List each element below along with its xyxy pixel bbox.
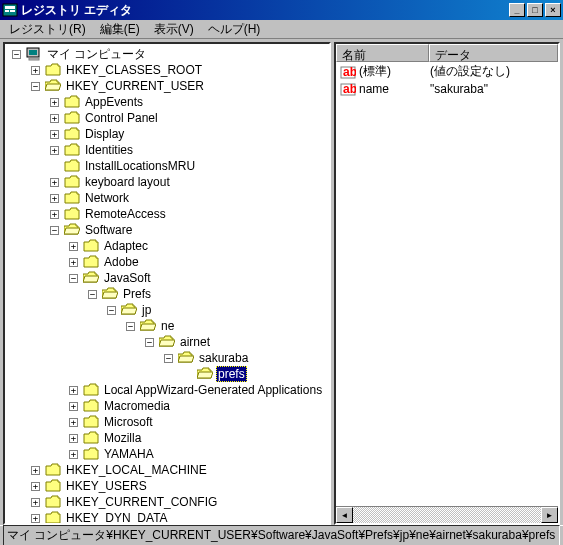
tree-label: Microsoft bbox=[102, 414, 155, 430]
tree-node-software[interactable]: −Software bbox=[7, 222, 327, 238]
menu-registry[interactable]: レジストリ(R) bbox=[2, 19, 93, 40]
tree-node-hku[interactable]: +HKEY_USERS bbox=[7, 478, 327, 494]
expand-icon[interactable]: + bbox=[64, 414, 83, 430]
tree-label: RemoteAccess bbox=[83, 206, 168, 222]
value-data: (値の設定なし) bbox=[430, 63, 557, 80]
tree-node-root[interactable]: − マイ コンピュータ bbox=[7, 46, 327, 62]
collapse-icon[interactable]: − bbox=[159, 350, 178, 366]
tree-node-hkcc[interactable]: +HKEY_CURRENT_CONFIG bbox=[7, 494, 327, 510]
expand-icon[interactable]: + bbox=[26, 494, 45, 510]
tree-node[interactable]: +Control Panel bbox=[7, 110, 327, 126]
expand-icon[interactable]: + bbox=[45, 94, 64, 110]
folder-icon bbox=[83, 399, 99, 413]
expand-icon[interactable]: + bbox=[64, 430, 83, 446]
tree-node-ne[interactable]: −ne bbox=[7, 318, 327, 334]
tree-node[interactable]: InstallLocationsMRU bbox=[7, 158, 327, 174]
tree-label: HKEY_LOCAL_MACHINE bbox=[64, 462, 209, 478]
column-header-data[interactable]: データ bbox=[429, 44, 558, 62]
listview-row[interactable]: ab name "sakuraba" bbox=[337, 80, 557, 97]
tree-label: Identities bbox=[83, 142, 135, 158]
expand-icon[interactable]: + bbox=[45, 126, 64, 142]
collapse-icon[interactable]: − bbox=[64, 270, 83, 286]
tree-node[interactable]: +Adobe bbox=[7, 254, 327, 270]
scroll-track[interactable] bbox=[353, 507, 541, 523]
tree-label: HKEY_DYN_DATA bbox=[64, 510, 170, 525]
tree-node-jp[interactable]: −jp bbox=[7, 302, 327, 318]
folder-open-icon bbox=[83, 271, 99, 285]
value-name: name bbox=[359, 82, 430, 96]
expand-icon[interactable]: + bbox=[26, 462, 45, 478]
tree-node[interactable]: +YAMAHA bbox=[7, 446, 327, 462]
folder-icon bbox=[64, 207, 80, 221]
tree-pane[interactable]: − マイ コンピュータ + HKEY_CLASSES_ROOT − HKEY_C… bbox=[3, 42, 331, 525]
tree-node[interactable]: +keyboard layout bbox=[7, 174, 327, 190]
scroll-left-button[interactable]: ◄ bbox=[336, 507, 353, 523]
tree-node[interactable]: +Local AppWizard-Generated Applications bbox=[7, 382, 327, 398]
expand-icon[interactable]: + bbox=[45, 110, 64, 126]
listview-row[interactable]: ab (標準) (値の設定なし) bbox=[337, 63, 557, 80]
expand-icon[interactable]: + bbox=[26, 62, 45, 78]
tree-node-selected[interactable]: prefs bbox=[7, 366, 327, 382]
tree-node[interactable]: +AppEvents bbox=[7, 94, 327, 110]
statusbar-path: マイ コンピュータ¥HKEY_CURRENT_USER¥Software¥Jav… bbox=[3, 525, 560, 545]
svg-rect-2 bbox=[5, 10, 9, 12]
tree-node-hkcr[interactable]: + HKEY_CLASSES_ROOT bbox=[7, 62, 327, 78]
folder-icon bbox=[83, 239, 99, 253]
folder-icon bbox=[64, 143, 80, 157]
expand-icon[interactable]: + bbox=[64, 254, 83, 270]
string-value-icon: ab bbox=[340, 64, 356, 80]
scroll-right-button[interactable]: ► bbox=[541, 507, 558, 523]
maximize-button[interactable]: □ bbox=[527, 3, 543, 17]
collapse-icon[interactable]: − bbox=[7, 46, 26, 62]
expand-icon[interactable]: + bbox=[26, 478, 45, 494]
expand-icon[interactable]: + bbox=[64, 382, 83, 398]
tree-node[interactable]: +Microsoft bbox=[7, 414, 327, 430]
menu-edit[interactable]: 編集(E) bbox=[93, 19, 147, 40]
tree-label: AppEvents bbox=[83, 94, 145, 110]
horizontal-scrollbar[interactable]: ◄ ► bbox=[336, 506, 558, 523]
tree-node-hkdd[interactable]: +HKEY_DYN_DATA bbox=[7, 510, 327, 525]
tree-node-hkcu[interactable]: − HKEY_CURRENT_USER bbox=[7, 78, 327, 94]
collapse-icon[interactable]: − bbox=[121, 318, 140, 334]
collapse-icon[interactable]: − bbox=[45, 222, 64, 238]
expand-icon[interactable]: + bbox=[45, 190, 64, 206]
expand-icon[interactable]: + bbox=[64, 446, 83, 462]
expand-icon[interactable]: + bbox=[64, 238, 83, 254]
tree-node[interactable]: +Mozilla bbox=[7, 430, 327, 446]
column-header-name[interactable]: 名前 bbox=[336, 44, 429, 62]
tree-node[interactable]: +Network bbox=[7, 190, 327, 206]
collapse-icon[interactable]: − bbox=[140, 334, 159, 350]
tree-label: Local AppWizard-Generated Applications bbox=[102, 382, 324, 398]
tree-node[interactable]: +Identities bbox=[7, 142, 327, 158]
tree-node[interactable]: +Adaptec bbox=[7, 238, 327, 254]
tree-node-sakuraba[interactable]: −sakuraba bbox=[7, 350, 327, 366]
folder-icon bbox=[45, 511, 61, 525]
tree-label: Adobe bbox=[102, 254, 141, 270]
folder-open-icon bbox=[45, 79, 61, 93]
expand-icon[interactable]: + bbox=[45, 206, 64, 222]
menu-help[interactable]: ヘルプ(H) bbox=[201, 19, 268, 40]
tree-node[interactable]: +RemoteAccess bbox=[7, 206, 327, 222]
collapse-icon[interactable]: − bbox=[83, 286, 102, 302]
expand-icon[interactable]: + bbox=[45, 174, 64, 190]
tree-node-prefs[interactable]: −Prefs bbox=[7, 286, 327, 302]
tree-node[interactable]: +Macromedia bbox=[7, 398, 327, 414]
minimize-button[interactable]: _ bbox=[509, 3, 525, 17]
close-button[interactable]: × bbox=[545, 3, 561, 17]
svg-rect-6 bbox=[29, 58, 39, 60]
collapse-icon[interactable]: − bbox=[26, 78, 45, 94]
expand-icon[interactable]: + bbox=[45, 142, 64, 158]
tree-label: Mozilla bbox=[102, 430, 143, 446]
tree-label: HKEY_CURRENT_CONFIG bbox=[64, 494, 219, 510]
collapse-icon[interactable]: − bbox=[102, 302, 121, 318]
tree-node[interactable]: +Display bbox=[7, 126, 327, 142]
tree-node-hklm[interactable]: +HKEY_LOCAL_MACHINE bbox=[7, 462, 327, 478]
listview-body[interactable]: ab (標準) (値の設定なし) ab name "sakuraba" bbox=[336, 62, 558, 506]
expand-icon[interactable]: + bbox=[64, 398, 83, 414]
tree-node-javasoft[interactable]: −JavaSoft bbox=[7, 270, 327, 286]
menu-view[interactable]: 表示(V) bbox=[147, 19, 201, 40]
expand-icon[interactable]: + bbox=[26, 510, 45, 525]
value-data: "sakuraba" bbox=[430, 82, 557, 96]
tree-label: Control Panel bbox=[83, 110, 160, 126]
tree-node-airnet[interactable]: −airnet bbox=[7, 334, 327, 350]
